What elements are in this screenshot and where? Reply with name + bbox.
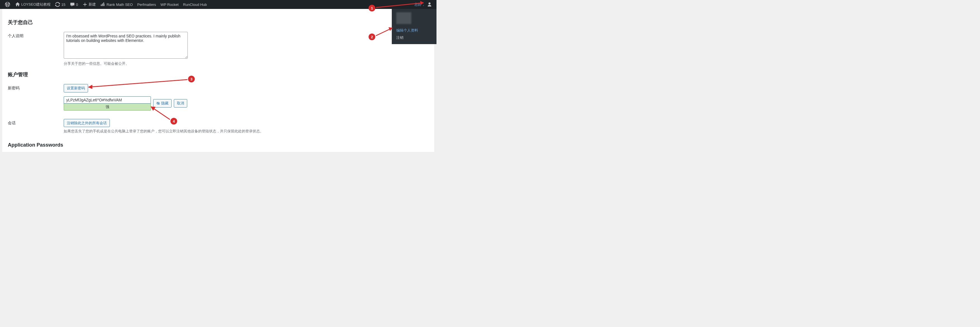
sessions-help-text: 如果您丢失了您的手机或是在公共电脑上登录了您的账户，您可以立即注销其他设备的登陆… — [64, 129, 264, 134]
site-title: LOYSEO建站教程 — [21, 2, 51, 7]
bio-help-text: 分享关于您的一些信息。可能会被公开。 — [64, 61, 188, 66]
hide-password-button[interactable]: 隐藏 — [153, 99, 172, 108]
section-app-passwords: Application Passwords — [8, 142, 429, 148]
plus-icon — [83, 2, 88, 7]
section-account-mgmt: 账户管理 — [8, 71, 429, 78]
sessions-label: 会话 — [8, 119, 64, 125]
new-label: 新建 — [89, 2, 96, 7]
set-new-password-button[interactable]: 设置新密码 — [64, 84, 88, 92]
wprocket-link[interactable]: WP Rocket — [158, 0, 181, 9]
hide-label: 隐藏 — [161, 100, 169, 106]
logout-everywhere-button[interactable]: 注销除此之外的所有会话 — [64, 119, 110, 127]
admin-bar: LOYSEO建站教程 15 0 新建 Rank Math SEO Perfmat… — [0, 0, 436, 9]
rankmath-link[interactable]: Rank Math SEO — [98, 0, 135, 9]
chart-icon — [100, 2, 105, 7]
user-icon — [427, 2, 432, 7]
wp-logo-icon[interactable] — [2, 0, 13, 9]
bio-textarea[interactable]: I'm obsessed with WordPress and SEO prac… — [64, 32, 188, 59]
comment-icon — [70, 2, 75, 7]
section-about-yourself: 关于您自己 — [8, 19, 429, 26]
password-input[interactable] — [64, 96, 151, 103]
home-icon — [15, 2, 20, 7]
cancel-password-button[interactable]: 取消 — [174, 99, 187, 108]
greeting-text: 您好， — [414, 2, 427, 7]
eye-slash-icon — [156, 102, 160, 105]
updates-link[interactable]: 15 — [53, 0, 67, 9]
runcloud-link[interactable]: RunCloud Hub — [181, 0, 209, 9]
perfmatters-link[interactable]: Perfmatters — [135, 0, 158, 9]
comments-count: 0 — [76, 3, 78, 7]
new-password-label: 新密码 — [8, 84, 64, 91]
user-dropdown-menu: 编辑个人资料 注销 — [392, 9, 436, 44]
updates-count: 15 — [61, 3, 65, 7]
comments-link[interactable]: 0 — [68, 0, 80, 9]
user-account-link[interactable]: 您好， — [412, 0, 434, 9]
nav-item-label: Rank Math SEO — [107, 3, 133, 7]
profile-form: 关于您自己 个人说明 I'm obsessed with WordPress a… — [2, 9, 434, 152]
bio-label: 个人说明 — [8, 32, 64, 38]
new-content-link[interactable]: 新建 — [80, 0, 98, 9]
refresh-icon — [55, 2, 60, 7]
edit-profile-link[interactable]: 编辑个人资料 — [396, 27, 432, 34]
password-strength-meter: 强 — [64, 103, 151, 111]
logout-link[interactable]: 注销 — [396, 34, 432, 41]
avatar — [396, 12, 411, 24]
site-name-link[interactable]: LOYSEO建站教程 — [13, 0, 53, 9]
